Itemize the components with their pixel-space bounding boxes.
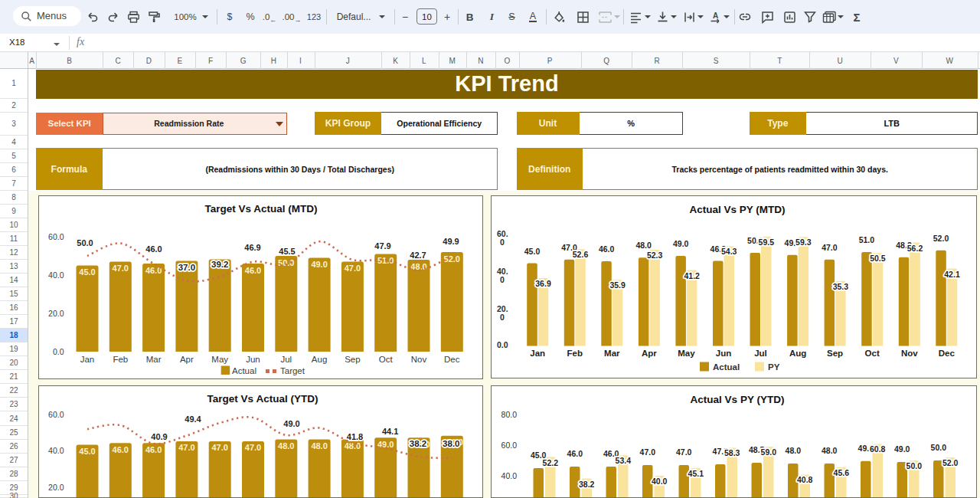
svg-text:Jul: Jul — [754, 349, 767, 358]
svg-text:58.3: 58.3 — [724, 448, 740, 457]
svg-text:50.0: 50.0 — [906, 461, 923, 470]
svg-text:49.9: 49.9 — [443, 237, 459, 246]
svg-text:49.0: 49.0 — [283, 419, 299, 428]
svg-text:47.0: 47.0 — [113, 264, 129, 273]
svg-text:Mar: Mar — [146, 355, 162, 364]
svg-text:36.9: 36.9 — [535, 279, 551, 288]
svg-text:40.0: 40.0 — [48, 270, 64, 280]
svg-text:Jan: Jan — [80, 355, 95, 364]
svg-text:May: May — [678, 349, 695, 358]
svg-text:0.0: 0.0 — [53, 347, 64, 356]
svg-text:Actual: Actual — [232, 366, 256, 375]
svg-text:Nov: Nov — [411, 355, 427, 364]
svg-text:52.6: 52.6 — [573, 250, 589, 259]
svg-text:40.0: 40.0 — [48, 446, 64, 455]
svg-text:47.0: 47.0 — [640, 447, 656, 457]
svg-text:48.0: 48.0 — [278, 441, 294, 450]
svg-text:50.5: 50.5 — [870, 254, 886, 263]
svg-text:46.0: 46.0 — [245, 266, 261, 275]
svg-text:45.0: 45.0 — [79, 447, 95, 456]
svg-text:42.1: 42.1 — [944, 270, 960, 279]
svg-text:47.0: 47.0 — [676, 447, 692, 457]
svg-text:PY: PY — [768, 362, 780, 372]
svg-text:46.0: 46.0 — [145, 244, 162, 254]
svg-text:Jul: Jul — [280, 355, 292, 364]
svg-text:46.0: 46.0 — [113, 445, 129, 454]
svg-text:20.0: 20.0 — [48, 309, 64, 318]
svg-text:Actual Vs PY (YTD): Actual Vs PY (YTD) — [691, 394, 785, 405]
svg-text:45.5: 45.5 — [279, 247, 295, 256]
svg-text:Actual: Actual — [713, 362, 740, 372]
svg-text:0: 0 — [500, 238, 505, 247]
svg-text:52.2: 52.2 — [543, 458, 559, 467]
svg-text:52.0: 52.0 — [933, 234, 949, 243]
svg-text:38.2: 38.2 — [410, 439, 426, 448]
svg-text:46.0: 46.0 — [145, 445, 162, 454]
svg-text:Apr: Apr — [180, 355, 194, 364]
svg-text:60.0: 60.0 — [501, 441, 518, 450]
svg-text:May: May — [211, 355, 228, 364]
svg-text:48.0: 48.0 — [822, 446, 838, 455]
svg-text:Target Vs Actual (MTD): Target Vs Actual (MTD) — [204, 203, 317, 215]
svg-text:49.0: 49.0 — [377, 440, 394, 449]
svg-text:Feb: Feb — [567, 349, 583, 358]
svg-text:0: 0 — [500, 313, 505, 322]
svg-text:35.3: 35.3 — [833, 282, 849, 291]
svg-text:47.0: 47.0 — [178, 443, 194, 452]
svg-text:60.0: 60.0 — [48, 232, 64, 241]
svg-text:Nov: Nov — [901, 349, 918, 358]
svg-text:50.0: 50.0 — [931, 443, 947, 452]
svg-text:0.0: 0.0 — [497, 340, 508, 349]
svg-text:40.9: 40.9 — [151, 432, 167, 441]
svg-text:59.3: 59.3 — [795, 238, 812, 247]
svg-text:46.0: 46.0 — [567, 449, 583, 458]
svg-text:Oct: Oct — [865, 349, 880, 358]
svg-text:52.0: 52.0 — [942, 458, 959, 467]
svg-text:45.0: 45.0 — [79, 267, 95, 277]
svg-text:80.0: 80.0 — [501, 410, 518, 419]
svg-text:46.0: 46.0 — [599, 244, 615, 254]
svg-text:49.0: 49.0 — [673, 239, 689, 248]
svg-text:41.2: 41.2 — [684, 271, 700, 280]
svg-text:Apr: Apr — [642, 349, 657, 358]
svg-text:Aug: Aug — [789, 349, 806, 358]
svg-text:59.0: 59.0 — [761, 447, 777, 457]
svg-text:45.0: 45.0 — [524, 247, 541, 256]
svg-text:44.1: 44.1 — [382, 427, 398, 436]
svg-text:49.4: 49.4 — [185, 414, 201, 424]
svg-text:42.7: 42.7 — [410, 251, 426, 260]
svg-text:47.0: 47.0 — [822, 243, 838, 252]
svg-text:Mar: Mar — [604, 349, 620, 358]
svg-text:Feb: Feb — [113, 355, 128, 364]
svg-text:52.3: 52.3 — [647, 251, 663, 260]
svg-text:20.0: 20.0 — [48, 483, 64, 492]
svg-text:49.0: 49.0 — [311, 260, 327, 269]
svg-text:54.3: 54.3 — [721, 247, 737, 256]
svg-text:Sep: Sep — [827, 349, 843, 358]
svg-text:48.0: 48.0 — [786, 446, 802, 455]
svg-text:46.9: 46.9 — [244, 243, 260, 252]
svg-text:Aug: Aug — [312, 355, 327, 364]
svg-text:56.2: 56.2 — [907, 244, 923, 253]
svg-text:51.0: 51.0 — [859, 235, 875, 244]
svg-text:48.0: 48.0 — [635, 241, 652, 250]
svg-text:50.0: 50.0 — [77, 238, 93, 247]
svg-text:40.0: 40.0 — [501, 471, 518, 480]
svg-text:Jan: Jan — [530, 349, 545, 358]
svg-text:53.4: 53.4 — [616, 456, 632, 465]
svg-text:0: 0 — [500, 275, 505, 284]
svg-text:39.2: 39.2 — [211, 260, 228, 269]
svg-text:Jun: Jun — [246, 355, 260, 364]
svg-text:Target: Target — [280, 366, 305, 375]
svg-text:45.1: 45.1 — [688, 469, 704, 478]
svg-text:Jun: Jun — [716, 349, 731, 358]
svg-text:Dec: Dec — [939, 349, 956, 358]
svg-text:46.0: 46.0 — [145, 266, 162, 275]
svg-text:37.0: 37.0 — [178, 263, 195, 272]
svg-text:48.0: 48.0 — [345, 441, 361, 450]
svg-text:Sep: Sep — [345, 355, 360, 364]
svg-text:Oct: Oct — [379, 355, 394, 364]
svg-text:47.9: 47.9 — [374, 241, 390, 251]
svg-text:Target Vs Actual (YTD): Target Vs Actual (YTD) — [207, 393, 318, 405]
svg-text:Actual Vs PY (MTD): Actual Vs PY (MTD) — [689, 204, 785, 215]
